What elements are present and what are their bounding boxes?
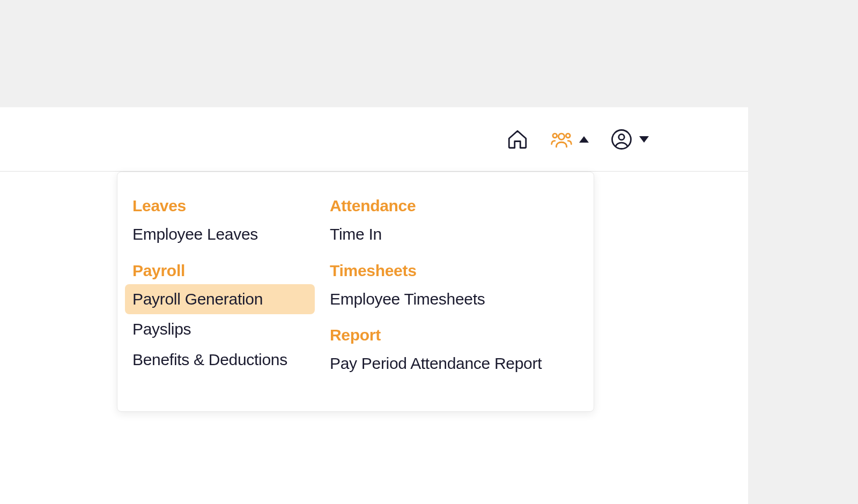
dropdown-column-right: Attendance Time In Timesheets Employee T… [315, 195, 567, 389]
topbar [0, 107, 748, 172]
main-content-area: Leaves Employee Leaves Payroll Payroll G… [0, 107, 748, 504]
profile-icon [610, 128, 633, 151]
menu-section-payroll: Payroll Payroll Generation Payslips Bene… [125, 260, 315, 375]
svg-point-1 [553, 134, 557, 138]
menu-section-leaves: Leaves Employee Leaves [125, 195, 315, 250]
menu-item-time-in[interactable]: Time In [322, 219, 567, 250]
section-heading-leaves: Leaves [125, 195, 315, 219]
menu-item-benefits-deductions[interactable]: Benefits & Deductions [125, 345, 315, 375]
svg-point-0 [558, 134, 564, 139]
menu-item-employee-timesheets[interactable]: Employee Timesheets [322, 284, 567, 315]
people-icon [550, 128, 573, 151]
section-heading-report: Report [322, 324, 567, 349]
menu-item-payroll-generation[interactable]: Payroll Generation [125, 284, 315, 315]
menu-item-pay-period-attendance-report[interactable]: Pay Period Attendance Report [322, 349, 567, 379]
chevron-down-icon [639, 136, 649, 143]
dropdown-column-left: Leaves Employee Leaves Payroll Payroll G… [117, 195, 315, 389]
mega-menu-dropdown: Leaves Employee Leaves Payroll Payroll G… [117, 172, 594, 412]
section-heading-timesheets: Timesheets [322, 260, 567, 284]
menu-section-report: Report Pay Period Attendance Report [322, 324, 567, 379]
svg-point-2 [566, 134, 570, 138]
menu-item-employee-leaves[interactable]: Employee Leaves [125, 219, 315, 250]
home-icon [506, 128, 529, 151]
page-background [0, 0, 858, 107]
home-nav[interactable] [506, 128, 529, 151]
section-heading-attendance: Attendance [322, 195, 567, 219]
menu-section-attendance: Attendance Time In [322, 195, 567, 250]
people-nav[interactable] [550, 128, 589, 151]
profile-nav[interactable] [610, 128, 649, 151]
section-heading-payroll: Payroll [125, 260, 315, 284]
svg-point-4 [619, 134, 625, 140]
menu-item-payslips[interactable]: Payslips [125, 314, 315, 345]
menu-section-timesheets: Timesheets Employee Timesheets [322, 260, 567, 315]
chevron-up-icon [579, 136, 589, 143]
